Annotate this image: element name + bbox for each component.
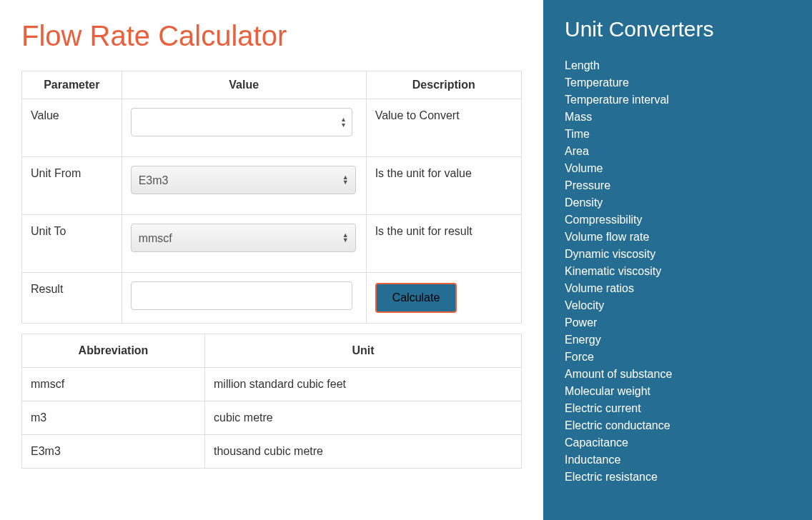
unit-from-select[interactable]: E3m3 bbox=[131, 166, 356, 194]
value-input[interactable] bbox=[131, 108, 352, 136]
abbr-header-abbr: Abbreviation bbox=[22, 334, 205, 368]
calculator-table: Parameter Value Description Value ▴▾ Val… bbox=[21, 71, 522, 324]
calc-label-unit-from: Unit From bbox=[22, 157, 122, 215]
sidebar-item-electric-resistance[interactable]: Electric resistance bbox=[565, 469, 791, 486]
abbr-row: m3 cubic metre bbox=[22, 401, 522, 435]
sidebar-item-kinematic-viscosity[interactable]: Kinematic viscosity bbox=[565, 263, 791, 280]
calc-label-result: Result bbox=[22, 273, 122, 324]
sidebar: Unit Converters Length Temperature Tempe… bbox=[543, 0, 812, 520]
sidebar-item-dynamic-viscosity[interactable]: Dynamic viscosity bbox=[565, 246, 791, 263]
sidebar-item-mass[interactable]: Mass bbox=[565, 109, 791, 126]
sidebar-item-velocity[interactable]: Velocity bbox=[565, 297, 791, 314]
abbr-row: mmscf million standard cubic feet bbox=[22, 368, 522, 401]
sidebar-item-volume-flow-rate[interactable]: Volume flow rate bbox=[565, 229, 791, 246]
sidebar-item-amount-of-substance[interactable]: Amount of substance bbox=[565, 366, 791, 383]
calc-row-result: Result Calculate bbox=[22, 273, 522, 324]
calc-row-value: Value ▴▾ Value to Convert bbox=[22, 99, 522, 157]
unit-cell: cubic metre bbox=[205, 401, 522, 435]
calc-header-description: Description bbox=[366, 71, 521, 99]
calc-row-unit-from: Unit From E3m3 ▲▼ Is the unit for value bbox=[22, 157, 522, 215]
sidebar-item-energy[interactable]: Energy bbox=[565, 331, 791, 349]
sidebar-item-temperature-interval[interactable]: Temperature interval bbox=[565, 91, 791, 109]
sidebar-item-length[interactable]: Length bbox=[565, 57, 791, 74]
calc-label-unit-to: Unit To bbox=[22, 215, 122, 273]
abbr-cell: E3m3 bbox=[22, 435, 205, 469]
sidebar-item-molecular-weight[interactable]: Molecular weight bbox=[565, 383, 791, 400]
sidebar-item-density[interactable]: Density bbox=[565, 194, 791, 211]
unit-cell: thousand cubic metre bbox=[205, 435, 522, 469]
sidebar-item-area[interactable]: Area bbox=[565, 143, 791, 160]
sidebar-item-force[interactable]: Force bbox=[565, 349, 791, 366]
sidebar-item-power[interactable]: Power bbox=[565, 314, 791, 331]
sidebar-item-temperature[interactable]: Temperature bbox=[565, 74, 791, 91]
unit-cell: million standard cubic feet bbox=[205, 368, 522, 401]
calculate-button[interactable]: Calculate bbox=[375, 283, 457, 313]
sidebar-item-electric-conductance[interactable]: Electric conductance bbox=[565, 417, 791, 434]
calc-desc-unit-from: Is the unit for value bbox=[366, 157, 521, 215]
page-title: Flow Rate Calculator bbox=[21, 20, 522, 52]
calc-desc-unit-to: Is the unit for result bbox=[366, 215, 521, 273]
abbr-row: E3m3 thousand cubic metre bbox=[22, 435, 522, 469]
calc-header-parameter: Parameter bbox=[22, 71, 122, 99]
sidebar-item-time[interactable]: Time bbox=[565, 126, 791, 143]
result-input[interactable] bbox=[131, 281, 352, 310]
sidebar-list: Length Temperature Temperature interval … bbox=[565, 57, 791, 486]
calc-desc-value: Value to Convert bbox=[366, 99, 521, 157]
unit-to-select[interactable]: mmscf bbox=[131, 224, 356, 252]
abbr-cell: m3 bbox=[22, 401, 205, 435]
main-content: Flow Rate Calculator Parameter Value Des… bbox=[0, 0, 543, 520]
sidebar-item-volume[interactable]: Volume bbox=[565, 160, 791, 177]
sidebar-item-compressibility[interactable]: Compressibility bbox=[565, 211, 791, 229]
abbr-header-unit: Unit bbox=[205, 334, 522, 368]
abbreviation-table: Abbreviation Unit mmscf million standard… bbox=[21, 334, 522, 469]
abbr-cell: mmscf bbox=[22, 368, 205, 401]
sidebar-item-pressure[interactable]: Pressure bbox=[565, 177, 791, 194]
sidebar-item-electric-current[interactable]: Electric current bbox=[565, 400, 791, 417]
sidebar-title: Unit Converters bbox=[565, 17, 791, 41]
sidebar-item-volume-ratios[interactable]: Volume ratios bbox=[565, 280, 791, 297]
sidebar-item-capacitance[interactable]: Capacitance bbox=[565, 434, 791, 451]
sidebar-item-inductance[interactable]: Inductance bbox=[565, 451, 791, 469]
calc-label-value: Value bbox=[22, 99, 122, 157]
calc-row-unit-to: Unit To mmscf ▲▼ Is the unit for result bbox=[22, 215, 522, 273]
calc-header-value: Value bbox=[122, 71, 366, 99]
